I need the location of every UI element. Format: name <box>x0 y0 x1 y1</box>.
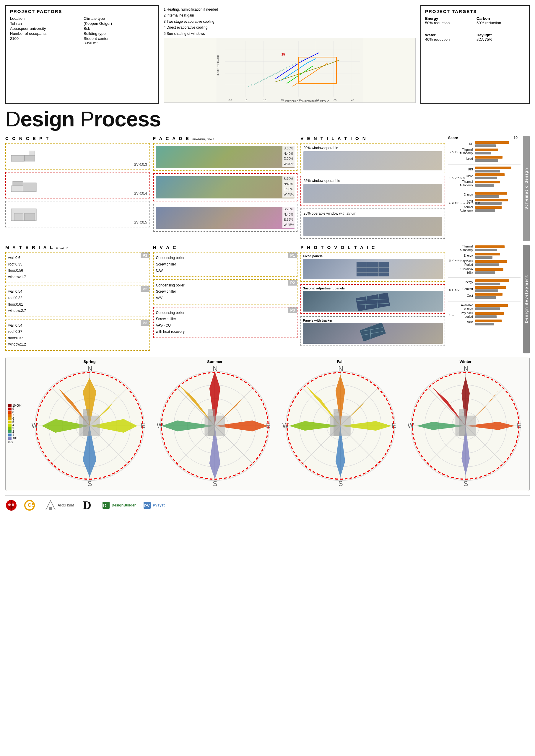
cost-bar-gray <box>475 296 496 299</box>
p3-label-mat: P3 <box>141 320 150 326</box>
pv-img-seasonal <box>303 291 443 311</box>
project-factors-box: Project Factors Location Climate type Te… <box>5 5 159 104</box>
facade-score-group: FACADE UDI Glare <box>448 167 521 188</box>
svg-text:N: N <box>338 365 343 373</box>
svg-rect-69 <box>356 293 390 311</box>
hvac-box-1: Condensing boilerScrew chillerCAV P1 <box>153 252 298 277</box>
svg-point-21 <box>273 74 274 75</box>
energy-bar-orange-mat <box>475 253 500 256</box>
material-vert-label: MATERIAL <box>448 245 452 276</box>
hvac-vert-label: HVAC <box>448 279 452 300</box>
avail-bar-orange <box>475 304 508 307</box>
logo-pvsyst: PV ​PVsyst <box>143 501 164 510</box>
strategy-3: 3.Two stage evaporative cooling <box>164 19 416 24</box>
legend-label-5: 5 <box>13 420 14 423</box>
strategy-2: 2.Internal heat gain <box>164 13 416 18</box>
svg-point-14 <box>256 83 257 84</box>
p1-label-hvac: P1 <box>288 253 297 258</box>
payback-label-pv: Pay backperiod <box>453 311 474 319</box>
svg-text:DRY BULB TEMPERATURE, DEG. C: DRY BULB TEMPERATURE, DEG. C <box>285 100 329 102</box>
load-bar-orange <box>475 156 502 159</box>
project-targets-box: Project Targets Energy 50% reduction Car… <box>420 5 530 104</box>
hvac-text-2: Condensing boilerScrew chillerVAV <box>156 282 288 302</box>
target-carbon: Carbon 50% reduction <box>476 16 525 25</box>
npv-bar-orange <box>475 319 502 322</box>
logo-c5: C 5 <box>24 500 38 511</box>
svg-text:5: 5 <box>32 502 35 508</box>
svg-point-19 <box>267 77 268 78</box>
svg-rect-171 <box>49 507 52 510</box>
building-shape-1 <box>8 147 41 166</box>
energy-bar-gray-mat <box>475 256 493 259</box>
ta-bar-orange-c <box>475 148 498 151</box>
designbuilder-text: DesignBuilder <box>112 503 136 507</box>
material-vals-1: wall:0.6roof:0.35floor:0.56window:1.7 <box>8 255 140 280</box>
score-row-thermal-autonomy-vent: ThermalAutonomy <box>453 205 521 213</box>
building-shape-2 <box>8 176 41 195</box>
winter-label: Winter <box>404 359 527 364</box>
svg-text:S: S <box>87 480 92 488</box>
sustainability-label: Sustaina-bility <box>453 268 474 275</box>
vent-building-2 <box>303 184 442 203</box>
winter-rose-svg: N E S W <box>404 364 527 487</box>
svr-label-2: SVR:0.4 <box>133 191 147 196</box>
udi-bar-orange <box>475 167 511 169</box>
strategies-list: 1.Heating, humidification if needed 2.In… <box>164 7 416 37</box>
target-daylight: Daylight sDA 75% <box>476 33 525 41</box>
thermal-bar-gray-mat <box>475 249 497 251</box>
wind-rose-fall: Fall <box>279 359 402 488</box>
svg-text:15: 15 <box>282 53 285 56</box>
legend-label-7: 3 <box>13 427 14 430</box>
spring-rose-svg: N E S W <box>28 364 151 487</box>
vent-title: V E N T I L A T I O N <box>300 136 367 141</box>
vent-vert-label: VENTILATION <box>448 192 452 213</box>
logo-archsim: ARCHSIM <box>44 500 74 511</box>
legend-item-3: 7 <box>8 414 26 417</box>
ta-bar-orange-f <box>475 181 500 183</box>
facade-img-3 <box>156 207 295 229</box>
score-row-thermal-autonomy-facade: ThermalAutonomy <box>453 180 521 187</box>
wind-unit: m/s <box>8 441 26 444</box>
building-shape-3 <box>8 204 41 224</box>
energy-bar-gray-v <box>475 195 499 198</box>
thermal-bar-orange-mat <box>475 245 505 248</box>
hvac-text-3: Condensing boilerScrew chillerVAV-FCUwit… <box>156 310 288 335</box>
pv-column: Fixed panels Sasonal adjustment panels <box>300 252 445 353</box>
vent-building-1 <box>303 151 442 170</box>
wind-rose-winter: Winter <box>404 359 527 488</box>
c5-icon: C 5 <box>24 500 38 511</box>
comfort-bar-gray <box>475 289 498 292</box>
payback-bar-gray-mat <box>475 263 499 266</box>
material-subtitle: u-value <box>56 246 69 250</box>
pv-score-group: PV Availableenergy Pay backperiod <box>448 304 521 326</box>
svg-point-34 <box>280 70 282 71</box>
facade-box-3: S:25%N:40%E:25%W:45% <box>153 204 298 232</box>
vent-box-2: 25% window operanble <box>300 176 445 206</box>
wind-roses-grid: Spring <box>28 359 527 488</box>
svg-text:10: 10 <box>263 99 266 102</box>
score-max: 10 <box>514 136 518 140</box>
pv-box-3: Panels with tracker <box>300 316 445 346</box>
material-title: M A T E R I A L <box>5 245 56 250</box>
psychrometric-chart: -10 0 10 15 20 30 35 40 DRY BULB TEMPERA… <box>164 38 416 103</box>
energy-bars-mat <box>475 253 521 259</box>
top-row: Project Factors Location Climate type Te… <box>5 5 530 104</box>
svg-rect-60 <box>13 181 23 186</box>
legend-label-0: 10.00< <box>13 404 21 407</box>
schematic-scores-panel: Score 10 CONCEPT DF <box>447 136 521 241</box>
material-column: wall:0.6roof:0.35floor:0.56window:1.7 P1… <box>5 252 150 353</box>
facade-subtitle: shading, wwr <box>192 137 214 141</box>
location-label: Location <box>10 16 81 21</box>
cost-bars <box>475 293 521 299</box>
svg-point-18 <box>264 79 265 80</box>
svg-point-24 <box>282 70 283 71</box>
dev-scores-panel: MATERIAL ThermalAutonomy Energy <box>447 245 521 353</box>
svg-text:0: 0 <box>246 99 247 102</box>
target-energy: Energy 50% reduction <box>425 16 473 25</box>
legend-color-0 <box>8 404 12 407</box>
df-label: DF <box>453 142 474 146</box>
legend-color-8 <box>8 430 12 433</box>
pv-title: P H O T O V O L T A I C <box>300 245 376 250</box>
legend-item-7: 3 <box>8 427 26 430</box>
svg-rect-156 <box>459 409 465 436</box>
